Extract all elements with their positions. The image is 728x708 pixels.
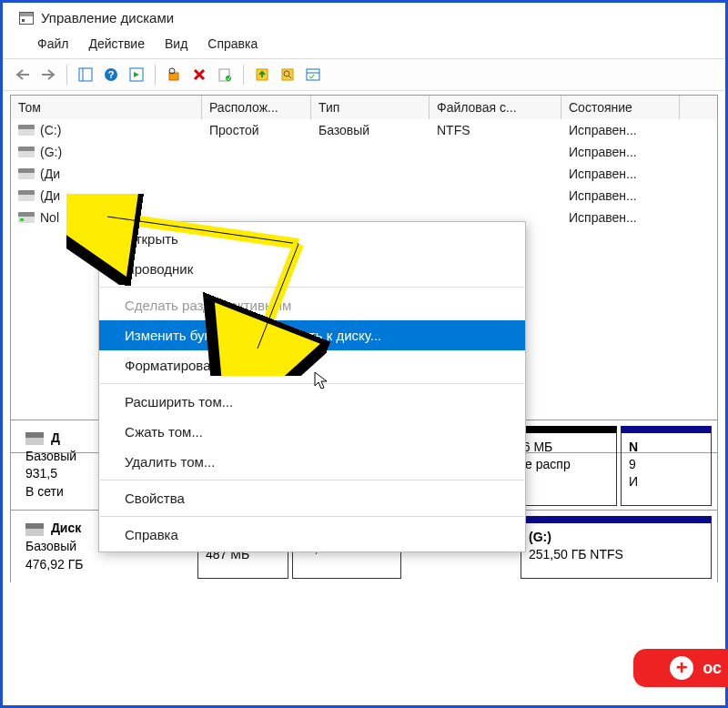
svg-text:?: ? xyxy=(108,69,115,80)
watermark-badge: + ос xyxy=(633,649,728,687)
part-n-size: 9 xyxy=(629,457,636,471)
watermark-text: ос xyxy=(703,659,722,678)
disk-0-size: 931,5 xyxy=(25,466,57,480)
context-menu: ОткрытьПроводникСделать раздел активнымИ… xyxy=(98,221,526,552)
context-menu-separator xyxy=(100,383,524,384)
col-header-filesystem[interactable]: Файловая с... xyxy=(430,96,561,119)
volume-icon xyxy=(18,190,35,201)
part-g-name: (G:) xyxy=(529,530,551,544)
properties-button[interactable] xyxy=(214,64,236,86)
disk-0-type: Базовый xyxy=(25,449,76,463)
disk-1-name: Диск xyxy=(51,521,81,535)
context-menu-item[interactable]: Справка xyxy=(99,520,525,550)
menu-action[interactable]: Действие xyxy=(88,36,145,51)
volume-status: Исправен... xyxy=(561,210,680,225)
context-menu-item[interactable]: Расширить том... xyxy=(99,387,525,417)
menu-help[interactable]: Справка xyxy=(207,36,258,51)
context-menu-separator xyxy=(100,287,524,288)
volume-status: Исправен... xyxy=(561,123,680,137)
settings-button[interactable] xyxy=(163,64,185,86)
context-menu-separator xyxy=(100,480,524,480)
volume-fs: NTFS xyxy=(430,123,561,137)
volume-icon xyxy=(18,125,35,136)
volume-type: Базовый xyxy=(311,123,430,137)
volume-name: Nol xyxy=(40,210,59,225)
svg-rect-0 xyxy=(79,68,92,81)
col-header-type[interactable]: Тип xyxy=(311,96,430,119)
disk-1-size: 476,92 ГБ xyxy=(25,557,83,571)
svg-rect-13 xyxy=(307,69,319,80)
volume-name: (Ди xyxy=(40,167,60,181)
toolbar-separator xyxy=(155,65,156,85)
toolbar-separator xyxy=(243,65,244,85)
col-header-layout[interactable]: Располож... xyxy=(202,96,311,119)
col-header-rest[interactable] xyxy=(680,96,717,119)
volume-icon xyxy=(18,212,35,223)
menu-view[interactable]: Вид xyxy=(165,36,187,51)
volume-name: (C:) xyxy=(40,123,61,137)
list-button[interactable] xyxy=(302,64,324,86)
partition-g[interactable]: (G:) 251,50 ГБ NTFS xyxy=(521,516,712,579)
disk-icon xyxy=(25,432,44,445)
context-menu-item[interactable]: Сжать том... xyxy=(99,417,525,447)
title-bar: Управление дисками xyxy=(3,3,725,31)
col-header-volume[interactable]: Том xyxy=(11,96,202,119)
table-row[interactable]: (ДиИсправен... xyxy=(11,185,717,207)
disk-icon xyxy=(25,523,44,536)
table-header-row: Том Располож... Тип Файловая с... Состоя… xyxy=(11,96,717,119)
volume-icon xyxy=(18,147,35,157)
context-menu-item[interactable]: Свойства xyxy=(99,483,525,513)
table-row[interactable]: (C:)ПростойБазовыйNTFSИсправен... xyxy=(11,119,717,141)
plus-icon: + xyxy=(670,656,693,680)
part-n-status: И xyxy=(629,474,638,489)
volume-status: Исправен... xyxy=(561,167,680,181)
refresh-button[interactable] xyxy=(126,64,147,86)
disk-1-type: Базовый xyxy=(25,539,76,553)
svg-rect-5 xyxy=(169,73,178,80)
volume-status: Исправен... xyxy=(561,145,680,159)
col-header-status[interactable]: Состояние xyxy=(561,96,680,119)
help-button[interactable]: ? xyxy=(100,64,122,86)
volume-status: Исправен... xyxy=(561,188,680,203)
context-menu-separator xyxy=(100,516,524,517)
forward-button[interactable] xyxy=(37,64,59,86)
window-title: Управление дисками xyxy=(41,10,174,25)
part-g-text: 251,50 ГБ NTFS xyxy=(529,547,623,561)
menu-file[interactable]: Файл xyxy=(37,36,68,51)
volume-icon xyxy=(18,168,35,179)
volume-name: (G:) xyxy=(40,145,62,159)
partition-button[interactable] xyxy=(251,64,273,86)
toolbar-separator xyxy=(66,65,67,85)
table-row[interactable]: (G:)Исправен... xyxy=(11,141,717,163)
delete-button[interactable] xyxy=(188,64,210,86)
menu-bar: Файл Действие Вид Справка xyxy=(3,31,725,58)
context-menu-item[interactable]: Открыть xyxy=(99,224,525,254)
volume-layout: Простой xyxy=(202,123,311,137)
context-menu-item[interactable]: Изменить букву диска или путь к диску... xyxy=(99,320,525,350)
search-button[interactable] xyxy=(277,64,298,86)
partition-n[interactable]: N 9 И xyxy=(621,426,712,506)
disk-0-status: В сети xyxy=(25,484,64,499)
back-button[interactable] xyxy=(12,64,34,86)
disk-0-name: Д xyxy=(51,430,60,445)
context-menu-item[interactable]: Форматировать... xyxy=(99,350,525,380)
table-row[interactable]: (ДиИсправен... xyxy=(11,163,717,185)
disk-management-icon xyxy=(19,12,34,25)
volume-name: (Ди xyxy=(40,188,60,203)
context-menu-item: Сделать раздел активным xyxy=(99,290,525,320)
context-menu-item[interactable]: Удалить том... xyxy=(99,447,525,477)
toolbar: ? xyxy=(3,58,725,91)
show-hide-button[interactable] xyxy=(75,64,96,86)
part-n-name: N xyxy=(629,440,638,454)
context-menu-item[interactable]: Проводник xyxy=(99,254,525,284)
